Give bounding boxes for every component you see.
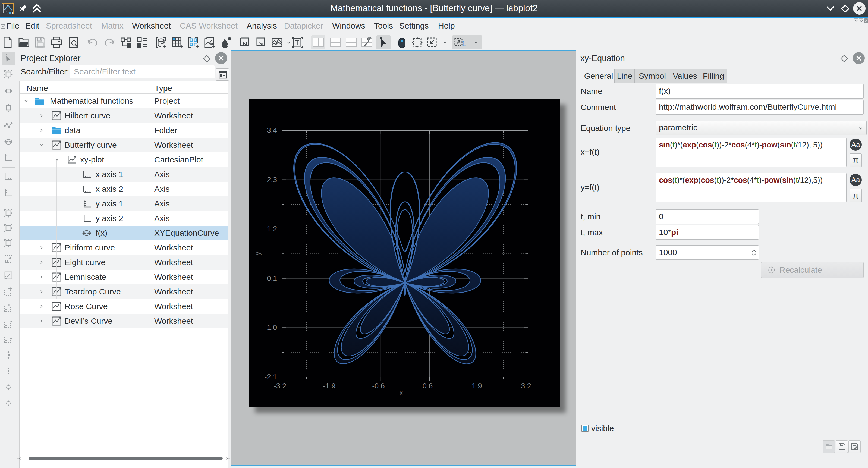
svg-text:x: x (399, 389, 403, 397)
svg-text:-2.1: -2.1 (264, 373, 277, 381)
svg-text:-1.9: -1.9 (323, 382, 336, 390)
svg-text:-3.2: -3.2 (274, 382, 286, 390)
svg-text:0.1: 0.1 (267, 274, 277, 282)
svg-text:0.6: 0.6 (423, 382, 433, 390)
svg-text:1: 1 (461, 39, 466, 48)
svg-text:1.9: 1.9 (472, 382, 482, 390)
svg-text:3.4: 3.4 (267, 126, 277, 134)
svg-text:1.2: 1.2 (267, 225, 277, 233)
svg-text:-0.6: -0.6 (372, 382, 385, 390)
svg-text:2.3: 2.3 (267, 176, 277, 184)
svg-text:y: y (253, 251, 261, 255)
svg-text:-1.0: -1.0 (264, 323, 277, 332)
svg-text:3.2: 3.2 (521, 382, 531, 390)
